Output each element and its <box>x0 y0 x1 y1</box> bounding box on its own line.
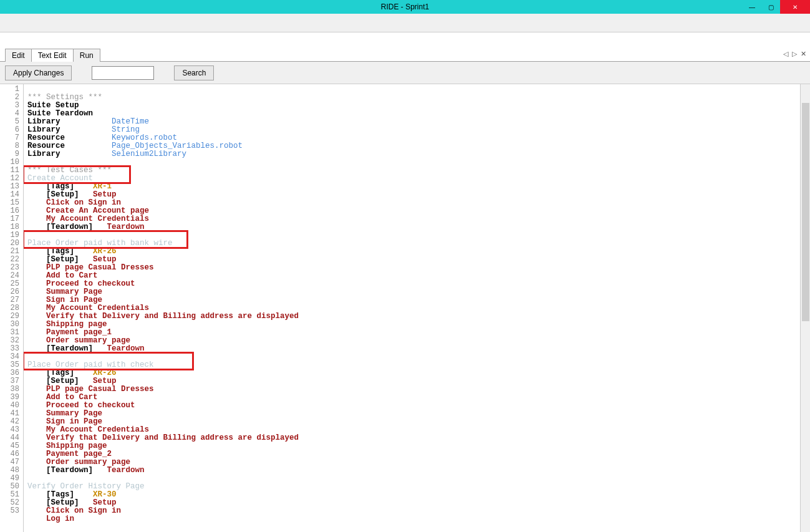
keyword-step: My Account Credentials <box>46 304 149 312</box>
apply-changes-button[interactable]: Apply Changes <box>5 65 72 80</box>
code-editor[interactable]: 1234567891011121314151617181920212223242… <box>0 84 810 532</box>
setup-keyword: [Setup] <box>46 190 79 199</box>
code-area[interactable]: *** Settings *** Suite Setup Suite Teard… <box>24 84 800 532</box>
tags-keyword: [Tags] <box>46 247 74 256</box>
testcase-name: Place Order paid with check <box>27 360 154 369</box>
keyword-step: Add to Cart <box>46 393 98 402</box>
teardown-keyword: [Teardown] <box>46 466 93 475</box>
keyword-step: Proceed to checkout <box>46 279 135 288</box>
setting-library: Library <box>27 125 60 134</box>
tags-keyword: [Tags] <box>46 369 74 377</box>
setting-suite-setup: Suite Setup <box>27 101 79 110</box>
keyword-step: Sign in Page <box>46 296 102 304</box>
close-button[interactable]: ✕ <box>780 0 810 14</box>
keyword-step: Log in <box>46 515 74 523</box>
testcase-name: Place Order paid with bank wire <box>27 239 173 248</box>
minimize-button[interactable]: — <box>743 0 761 14</box>
scrollbar-thumb[interactable] <box>802 103 809 321</box>
editor-tabs: Edit Text Edit Run ◁ ▷ ✕ <box>0 48 810 62</box>
keyword-step: PLP page Casual Dresses <box>46 385 154 394</box>
tab-next-icon[interactable]: ▷ <box>792 50 797 58</box>
setting-suite-teardown: Suite Teardown <box>27 109 93 118</box>
keyword-step: Click on Sign in <box>46 506 121 515</box>
keyword-step: Sign in Page <box>46 417 102 426</box>
tab-edit[interactable]: Edit <box>5 49 32 62</box>
keyword-step: Order summary page <box>46 458 130 467</box>
keyword-step: Payment page_2 <box>46 450 112 458</box>
setup-keyword: [Setup] <box>46 255 79 264</box>
testcase-name: Verify Order History Page <box>27 482 145 491</box>
setup-keyword: [Setup] <box>46 377 79 385</box>
keyword-step: Verify that Delivery and Billing address… <box>46 312 299 321</box>
setup-keyword: [Setup] <box>46 498 79 507</box>
tag-value: XR-26 <box>93 369 117 377</box>
keyword-step: Shipping page <box>46 442 107 450</box>
main-toolbar <box>0 14 810 32</box>
tag-value: XR-1 <box>93 182 112 191</box>
keyword-step: Click on Sign in <box>46 198 121 207</box>
line-number-gutter: 1234567891011121314151617181920212223242… <box>0 84 24 532</box>
testcase-name: Create Account <box>27 174 93 183</box>
vertical-scrollbar[interactable] <box>800 84 810 532</box>
keyword-step: Order summary page <box>46 336 130 345</box>
keyword-step: Summary Page <box>46 409 102 418</box>
setting-resource: Resource <box>27 142 65 150</box>
setting-resource: Resource <box>27 133 65 142</box>
keyword-step: Summary Page <box>46 288 102 296</box>
keyword-step: Shipping page <box>46 320 107 329</box>
text-edit-toolbar: Apply Changes Search <box>0 62 810 84</box>
tags-keyword: [Tags] <box>46 490 74 499</box>
maximize-button[interactable]: ▢ <box>761 0 780 14</box>
search-button[interactable]: Search <box>174 65 214 80</box>
keyword-step: Create An Account page <box>46 206 149 215</box>
tab-close-icon[interactable]: ✕ <box>801 50 806 58</box>
keyword-step: Proceed to checkout <box>46 401 135 410</box>
keyword-step: My Account Credentials <box>46 425 149 434</box>
keyword-step: Add to Cart <box>46 271 98 280</box>
tab-run[interactable]: Run <box>73 49 100 62</box>
tab-prev-icon[interactable]: ◁ <box>783 50 788 58</box>
tag-value: XR-26 <box>93 247 117 256</box>
settings-header: *** Settings *** <box>27 93 102 102</box>
window-title: RIDE - Sprint1 <box>381 2 429 11</box>
setting-library: Library <box>27 150 60 158</box>
tab-text-edit[interactable]: Text Edit <box>31 49 74 62</box>
teardown-keyword: [Teardown] <box>46 223 93 231</box>
keyword-step: Verify that Delivery and Billing address… <box>46 433 299 442</box>
testcases-header: *** Test Cases *** <box>27 166 112 175</box>
window-titlebar: RIDE - Sprint1 — ▢ ✕ <box>0 0 810 14</box>
keyword-step: PLP page Casual Dresses <box>46 263 154 272</box>
keyword-step: Payment page_1 <box>46 328 112 337</box>
setting-library: Library <box>27 117 60 126</box>
tag-value: XR-30 <box>93 490 117 499</box>
tags-keyword: [Tags] <box>46 182 74 191</box>
search-input[interactable] <box>92 66 154 80</box>
keyword-step: My Account Credentials <box>46 215 149 223</box>
teardown-keyword: [Teardown] <box>46 344 93 353</box>
